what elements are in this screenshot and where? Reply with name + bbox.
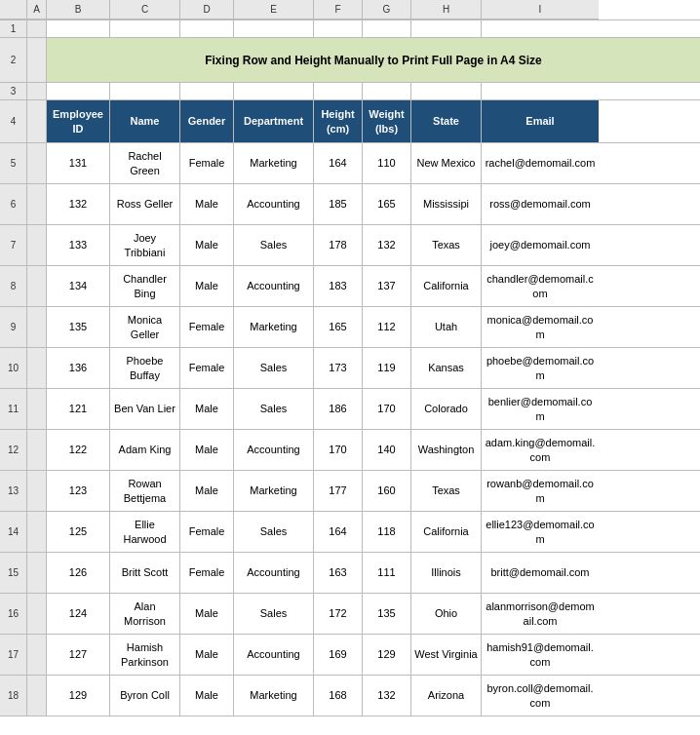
cell-state-3: California <box>411 266 482 306</box>
cell-dept-2: Sales <box>234 225 314 265</box>
cell-1e <box>234 20 314 37</box>
cell-14a <box>27 512 47 552</box>
row-14: 14 125 Ellie Harwood Female Sales 164 11… <box>0 512 700 553</box>
cell-email-11: alanmorrison@demomail.com <box>482 594 599 634</box>
header-state-text: State <box>433 114 459 128</box>
cell-employee-id-3: 134 <box>47 266 110 306</box>
row-num-2: 2 <box>0 38 27 82</box>
row-5: 5 131 Rachel Green Female Marketing 164 … <box>0 143 700 184</box>
cell-email-13: byron.coll@demomail.com <box>482 676 599 716</box>
cell-gender-0: Female <box>180 143 234 183</box>
cell-height-6: 186 <box>314 389 363 429</box>
cell-height-4: 165 <box>314 307 363 347</box>
row-num-17: 17 <box>0 635 27 675</box>
cell-weight-13: 132 <box>363 676 411 716</box>
cell-height-2: 178 <box>314 225 363 265</box>
cell-name-10: Britt Scott <box>110 553 180 593</box>
cell-name-5: Phoebe Buffay <box>110 348 180 388</box>
cell-18a <box>27 676 47 716</box>
row-num-18: 18 <box>0 676 27 716</box>
header-email: Email <box>482 100 599 142</box>
cell-1f <box>314 20 363 37</box>
cell-employee-id-5: 136 <box>47 348 110 388</box>
cell-height-8: 177 <box>314 471 363 511</box>
cell-email-12: hamish91@demomail.com <box>482 635 599 675</box>
cell-employee-id-0: 131 <box>47 143 110 183</box>
row-num-8: 8 <box>0 266 27 306</box>
cell-state-11: Ohio <box>411 594 482 634</box>
cell-email-0: rachel@demomail.com <box>482 143 599 183</box>
row-num-14: 14 <box>0 512 27 552</box>
cell-state-4: Utah <box>411 307 482 347</box>
cell-height-7: 170 <box>314 430 363 470</box>
cell-weight-10: 111 <box>363 553 411 593</box>
header-weight: Weight (lbs) <box>363 100 411 142</box>
cell-1h <box>411 20 482 37</box>
cell-3d <box>180 83 234 99</box>
spreadsheet: A B C D E F G H I 1 2 Fixing Row and Hei… <box>0 0 700 716</box>
row-11: 11 121 Ben Van Lier Male Sales 186 170 C… <box>0 389 700 430</box>
cell-gender-7: Male <box>180 430 234 470</box>
cell-1i <box>482 20 599 37</box>
cell-email-4: monica@demomail.com <box>482 307 599 347</box>
cell-1a <box>27 20 47 37</box>
row-num-6: 6 <box>0 184 27 224</box>
cell-name-2: Joey Tribbiani <box>110 225 180 265</box>
cell-dept-9: Sales <box>234 512 314 552</box>
cell-dept-7: Accounting <box>234 430 314 470</box>
cell-email-9: ellie123@demomail.com <box>482 512 599 552</box>
cell-3g <box>363 83 411 99</box>
col-header-b: B <box>47 0 110 19</box>
cell-name-11: Alan Morrison <box>110 594 180 634</box>
row-num-11: 11 <box>0 389 27 429</box>
cell-dept-13: Marketing <box>234 676 314 716</box>
header-dept-text: Department <box>244 114 303 128</box>
cell-name-4: Monica Geller <box>110 307 180 347</box>
cell-1d <box>180 20 234 37</box>
cell-weight-2: 132 <box>363 225 411 265</box>
cell-weight-0: 110 <box>363 143 411 183</box>
cell-employee-id-7: 122 <box>47 430 110 470</box>
cell-email-8: rowanb@demomail.com <box>482 471 599 511</box>
header-gender: Gender <box>180 100 234 142</box>
cell-height-11: 172 <box>314 594 363 634</box>
cell-state-13: Arizona <box>411 676 482 716</box>
cell-email-2: joey@demomail.com <box>482 225 599 265</box>
cell-gender-1: Male <box>180 184 234 224</box>
data-rows: 5 131 Rachel Green Female Marketing 164 … <box>0 143 700 716</box>
row-num-13: 13 <box>0 471 27 511</box>
header-gender-text: Gender <box>188 114 226 128</box>
cell-15a <box>27 553 47 593</box>
cell-state-0: New Mexico <box>411 143 482 183</box>
cell-10a <box>27 348 47 388</box>
cell-16a <box>27 594 47 634</box>
cell-name-12: Hamish Parkinson <box>110 635 180 675</box>
cell-dept-0: Marketing <box>234 143 314 183</box>
cell-dept-1: Accounting <box>234 184 314 224</box>
cell-name-1: Ross Geller <box>110 184 180 224</box>
cell-email-10: britt@demomail.com <box>482 553 599 593</box>
cell-11a <box>27 389 47 429</box>
row-7: 7 133 Joey Tribbiani Male Sales 178 132 … <box>0 225 700 266</box>
row-13: 13 123 Rowan Bettjema Male Marketing 177… <box>0 471 700 512</box>
col-header-f: F <box>314 0 363 19</box>
cell-height-1: 185 <box>314 184 363 224</box>
cell-employee-id-10: 126 <box>47 553 110 593</box>
cell-name-3: Chandler Bing <box>110 266 180 306</box>
cell-height-10: 163 <box>314 553 363 593</box>
col-header-i: I <box>482 0 599 19</box>
cell-8a <box>27 266 47 306</box>
header-email-text: Email <box>525 114 554 128</box>
cell-employee-id-12: 127 <box>47 635 110 675</box>
row-num-7: 7 <box>0 225 27 265</box>
cell-name-9: Ellie Harwood <box>110 512 180 552</box>
cell-employee-id-11: 124 <box>47 594 110 634</box>
cell-employee-id-4: 135 <box>47 307 110 347</box>
cell-state-12: West Virginia <box>411 635 482 675</box>
cell-state-9: California <box>411 512 482 552</box>
cell-weight-5: 119 <box>363 348 411 388</box>
cell-email-1: ross@demomail.com <box>482 184 599 224</box>
cell-employee-id-13: 129 <box>47 676 110 716</box>
cell-5a <box>27 143 47 183</box>
cell-weight-4: 112 <box>363 307 411 347</box>
